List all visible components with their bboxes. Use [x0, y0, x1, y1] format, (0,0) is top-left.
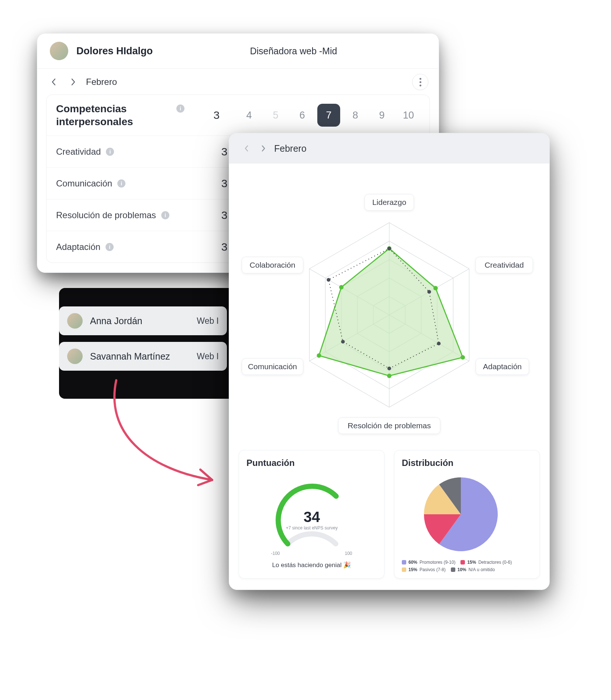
- card-header: Dolores HIdalgo Diseñadora web -Mid: [37, 34, 439, 69]
- scale-value-4[interactable]: 4: [238, 104, 260, 127]
- info-icon[interactable]: i: [176, 104, 184, 113]
- svg-point-17: [327, 278, 330, 282]
- section-title: Competencias interpersonales: [56, 102, 168, 128]
- svg-point-12: [387, 247, 391, 250]
- next-month-button[interactable]: [67, 76, 79, 88]
- person-role: Web I: [197, 351, 219, 361]
- scale-value-6[interactable]: 6: [291, 104, 314, 127]
- scale-value-7[interactable]: 7: [317, 104, 340, 127]
- svg-text:Adaptación: Adaptación: [483, 362, 522, 371]
- info-icon[interactable]: i: [106, 243, 114, 251]
- person-name: Anna Jordán: [90, 316, 142, 326]
- distribution-card: Distribución 60% Promotores (9-10)15% De…: [394, 450, 540, 579]
- radar-chart: LiderazgoCreatividadAdaptaciónResolción …: [229, 164, 549, 448]
- competency-label: Comunicación: [56, 178, 112, 189]
- user-name: Dolores HIdalgo: [76, 45, 153, 57]
- svg-text:Creatividad: Creatividad: [484, 261, 524, 269]
- svg-point-9: [387, 374, 391, 378]
- score-title: Puntuación: [246, 458, 377, 468]
- scale-value-5[interactable]: 5: [264, 104, 287, 127]
- legend-item: 10% N/A u omitido: [451, 567, 495, 572]
- gauge-min: -100: [271, 551, 280, 556]
- svg-text:Liderazgo: Liderazgo: [372, 198, 406, 206]
- svg-text:34: 34: [303, 509, 320, 525]
- score-scale[interactable]: 45678910: [238, 104, 420, 127]
- detail-header: Febrero: [229, 133, 549, 164]
- competency-label: Adaptación: [56, 241, 100, 253]
- detail-month-label: Febrero: [274, 143, 307, 154]
- svg-text:Comunicación: Comunicación: [248, 362, 297, 371]
- distribution-title: Distribución: [402, 458, 532, 468]
- svg-point-7: [434, 286, 438, 291]
- pie-legend: 60% Promotores (9-10)15% Detractores (0-…: [402, 560, 532, 572]
- prev-month-button-2[interactable]: [240, 142, 253, 155]
- svg-text:+7 since last eNPS survey: +7 since last eNPS survey: [286, 525, 337, 531]
- month-label: Febrero: [86, 77, 117, 87]
- svg-point-13: [427, 290, 431, 294]
- detail-card: Febrero LiderazgoCreatividadAdaptaciónRe…: [229, 133, 550, 590]
- svg-point-10: [317, 353, 321, 358]
- avatar: [67, 349, 83, 364]
- info-icon[interactable]: i: [161, 211, 169, 219]
- next-month-button-2[interactable]: [257, 142, 270, 155]
- gauge-chart: 34+7 since last eNPS survey: [264, 472, 360, 553]
- svg-text:Colaboración: Colaboración: [250, 261, 296, 269]
- competency-label: Resolución de problemas: [56, 210, 156, 221]
- legend-item: 15% Pasivos (7-8): [402, 567, 446, 572]
- gauge-message: Lo estás haciendo genial 🎉: [272, 561, 351, 569]
- svg-point-11: [339, 285, 344, 289]
- svg-point-8: [460, 355, 465, 360]
- info-icon[interactable]: i: [106, 148, 114, 156]
- gauge-max: 100: [345, 551, 352, 556]
- section-header-row: Competencias interpersonales i 3 4567891…: [46, 95, 429, 135]
- person-row[interactable]: Savannah MartínezWeb I: [59, 342, 227, 371]
- person-name: Savannah Martínez: [90, 351, 170, 362]
- info-icon[interactable]: i: [117, 179, 125, 188]
- score-card: Puntuación 34+7 since last eNPS survey -…: [239, 450, 384, 579]
- avatar: [67, 313, 83, 329]
- prev-month-button[interactable]: [48, 76, 60, 88]
- people-list: Anna JordánWeb ISavannah MartínezWeb I: [59, 306, 227, 371]
- more-menu-button[interactable]: [412, 74, 428, 90]
- svg-point-14: [437, 342, 441, 346]
- svg-point-16: [341, 340, 345, 344]
- person-role: Web I: [197, 316, 219, 326]
- user-role: Diseñadora web -Mid: [250, 46, 337, 56]
- avatar: [50, 42, 68, 60]
- scale-value-9[interactable]: 9: [370, 104, 393, 127]
- competency-label: Creatividad: [56, 146, 101, 157]
- scale-value-10[interactable]: 10: [397, 104, 420, 127]
- svg-text:Resolción de problemas: Resolción de problemas: [348, 421, 431, 430]
- month-nav: Febrero: [37, 69, 439, 92]
- person-row[interactable]: Anna JordánWeb I: [59, 306, 227, 335]
- legend-item: 60% Promotores (9-10): [402, 560, 455, 565]
- pie-chart: [402, 472, 520, 557]
- legend-item: 15% Detractores (0-6): [460, 560, 512, 565]
- section-score: 3: [196, 109, 238, 121]
- scale-value-8[interactable]: 8: [344, 104, 367, 127]
- svg-point-15: [387, 367, 391, 370]
